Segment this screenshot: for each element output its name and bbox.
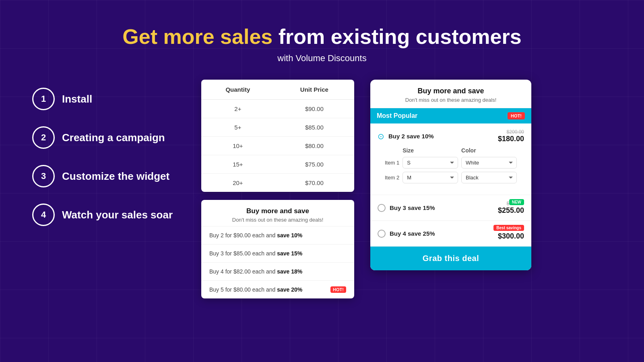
popular-banner: Most Popular HOT! bbox=[370, 108, 531, 123]
item-2-size-select[interactable]: SMLXL bbox=[402, 172, 458, 183]
deal-1-check-icon: ⊙ bbox=[378, 132, 384, 141]
table-row: 5+$85.00 bbox=[201, 118, 354, 137]
deal-3-final-price: $300.00 bbox=[498, 232, 524, 241]
hot-badge: HOT! bbox=[508, 112, 525, 119]
save-text: save 15% bbox=[277, 250, 302, 257]
new-badge: NEW bbox=[509, 199, 524, 205]
title-rest: from existing customers bbox=[279, 25, 522, 48]
buy-option-row: Buy 4 for $82.00 each and save 18% bbox=[201, 262, 354, 280]
deal-1[interactable]: ⊙ Buy 2 save 10% $200.00 $180.00 Size Co… bbox=[370, 123, 531, 195]
buy-option-row: Buy 5 for $80.00 each and save 20%HOT! bbox=[201, 280, 354, 298]
deal-1-original-price: $200.00 bbox=[498, 129, 524, 135]
table-row: 10+$80.00 bbox=[201, 137, 354, 155]
simple-buy-widget: Buy more and save Don't miss out on thes… bbox=[201, 200, 354, 298]
qty-cell: 10+ bbox=[201, 137, 275, 155]
deal-2-radio bbox=[378, 204, 386, 212]
simple-widget-title: Buy more and save bbox=[209, 207, 346, 215]
color-col-header: Color bbox=[461, 147, 517, 154]
deal-2-label: Buy 3 save 15% bbox=[390, 204, 435, 211]
deal-3[interactable]: Best savings Buy 4 save 25% $400.00 $300… bbox=[370, 221, 531, 247]
qty-cell: 20+ bbox=[201, 174, 275, 192]
advanced-widget-title: Buy more and save bbox=[378, 87, 523, 95]
simple-widget-subtitle: Don't miss out on these amazing deals! bbox=[209, 217, 346, 223]
step-4-circle: 4 bbox=[32, 204, 55, 226]
buy-option-row: Buy 3 for $85.00 each and save 15% bbox=[201, 244, 354, 262]
step-2-circle: 2 bbox=[32, 126, 55, 149]
deal-1-options-grid: Size Color Item 1 SMLXL WhiteBlackRedBlu… bbox=[378, 143, 524, 189]
qty-cell: 2+ bbox=[201, 100, 275, 118]
price-cell: $85.00 bbox=[275, 118, 354, 137]
price-table: Quantity Unit Price 2+$90.005+$85.0010+$… bbox=[201, 80, 354, 192]
save-text: save 18% bbox=[277, 268, 302, 275]
deal-1-final-price: $180.00 bbox=[498, 135, 524, 143]
save-text: save 20% bbox=[277, 286, 302, 293]
price-cell: $90.00 bbox=[275, 100, 354, 118]
advanced-buy-widget: Buy more and save Don't miss out on thes… bbox=[370, 80, 531, 270]
item-1-label: Item 1 bbox=[385, 160, 399, 166]
step-2: 2 Creating a campaign bbox=[32, 126, 185, 149]
page-title: Get more sales from existing customers bbox=[32, 24, 612, 49]
hot-badge: HOT! bbox=[330, 286, 346, 293]
right-column: Buy more and save Don't miss out on thes… bbox=[370, 80, 531, 270]
qty-cell: 15+ bbox=[201, 155, 275, 174]
table-row: 2+$90.00 bbox=[201, 100, 354, 118]
item-1-color-select[interactable]: WhiteBlackRedBlue bbox=[461, 157, 517, 169]
page-subtitle: with Volume Discounts bbox=[32, 53, 612, 64]
table-row: 20+$70.00 bbox=[201, 174, 354, 192]
grab-deal-button[interactable]: Grab this deal bbox=[370, 247, 531, 270]
simple-widget-header: Buy more and save Don't miss out on thes… bbox=[201, 200, 354, 226]
step-4: 4 Watch your sales soar bbox=[32, 204, 185, 226]
step-2-label: Creating a campaign bbox=[62, 132, 165, 144]
steps-column: 1 Install 2 Creating a campaign 3 Custom… bbox=[32, 80, 185, 226]
step-1-label: Install bbox=[62, 93, 92, 105]
best-savings-badge: Best savings bbox=[493, 225, 524, 231]
price-cell: $80.00 bbox=[275, 137, 354, 155]
unit-price-col-header: Unit Price bbox=[275, 80, 354, 100]
item-2-label: Item 2 bbox=[385, 175, 399, 181]
price-cell: $75.00 bbox=[275, 155, 354, 174]
save-text: save 10% bbox=[277, 232, 302, 239]
page-header: Get more sales from existing customers w… bbox=[32, 24, 612, 64]
popular-label: Most Popular bbox=[377, 112, 417, 119]
deal-1-label: Buy 2 save 10% bbox=[388, 133, 434, 140]
step-4-label: Watch your sales soar bbox=[62, 209, 173, 221]
table-row: 15+$75.00 bbox=[201, 155, 354, 174]
center-column: Quantity Unit Price 2+$90.005+$85.0010+$… bbox=[201, 80, 354, 298]
advanced-widget-header: Buy more and save Don't miss out on thes… bbox=[370, 80, 531, 108]
advanced-widget-subtitle: Don't miss out on these amazing deals! bbox=[378, 97, 523, 103]
step-3-label: Customize the widget bbox=[62, 170, 169, 183]
item-2-color-select[interactable]: WhiteBlackRedBlue bbox=[461, 172, 517, 183]
step-1-circle: 1 bbox=[32, 88, 55, 110]
item-1-size-select[interactable]: SMLXL bbox=[402, 157, 458, 169]
deal-2[interactable]: NEW Buy 3 save 15% $300.00 $255.00 bbox=[370, 195, 531, 221]
quantity-col-header: Quantity bbox=[201, 80, 275, 100]
deal-3-label: Buy 4 save 25% bbox=[390, 230, 435, 237]
step-3: 3 Customize the widget bbox=[32, 165, 185, 187]
step-3-circle: 3 bbox=[32, 165, 55, 187]
deal-2-final-price: $255.00 bbox=[498, 206, 524, 215]
qty-cell: 5+ bbox=[201, 118, 275, 137]
deal-3-radio bbox=[378, 230, 386, 238]
size-col-header: Size bbox=[402, 147, 458, 154]
price-cell: $70.00 bbox=[275, 174, 354, 192]
content-area: 1 Install 2 Creating a campaign 3 Custom… bbox=[32, 80, 612, 298]
step-1: 1 Install bbox=[32, 88, 185, 110]
buy-option-row: Buy 2 for $90.00 each and save 10% bbox=[201, 226, 354, 244]
title-highlight: Get more sales bbox=[122, 25, 272, 48]
